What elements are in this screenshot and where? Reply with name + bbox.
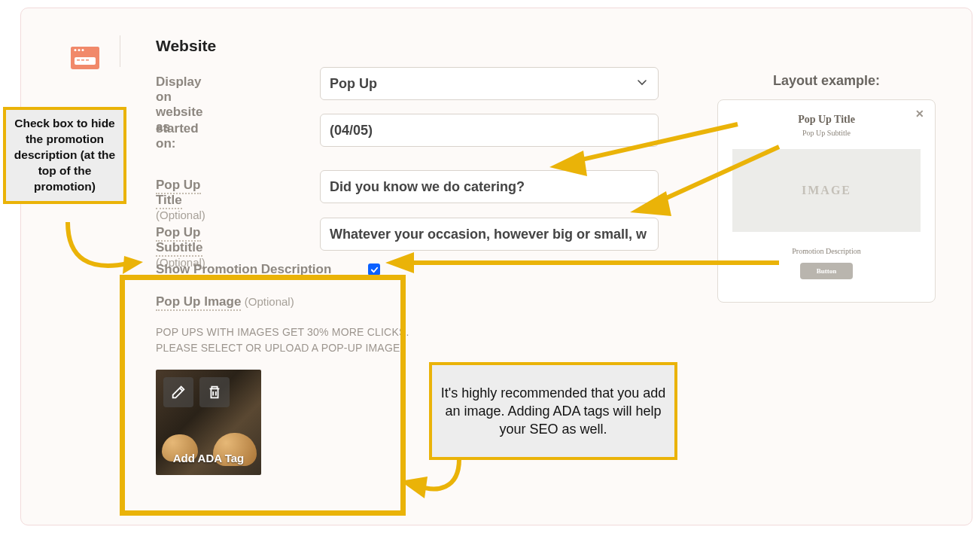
started-on-label: started on:: [156, 121, 199, 151]
annotation-checkbox: Check box to hide the promotion descript…: [3, 107, 126, 204]
show-desc-checkbox[interactable]: [368, 263, 380, 276]
svg-point-4: [82, 49, 84, 51]
popup-image-label: Pop Up Image (Optional): [156, 294, 434, 309]
display-as-select[interactable]: Pop Up: [320, 67, 659, 100]
popup-title-label: Pop Up Title (Optional): [156, 178, 205, 223]
layout-button: Button: [800, 263, 853, 279]
pencil-icon: [170, 384, 187, 401]
section-title: Website: [156, 37, 216, 55]
layout-image-placeholder: IMAGE: [732, 149, 921, 232]
show-desc-label: Show Promotion Description: [156, 262, 331, 279]
edit-image-button[interactable]: [163, 377, 193, 407]
popup-title-input[interactable]: Did you know we do catering?: [320, 170, 659, 203]
layout-popup-title: Pop Up Title: [732, 114, 921, 126]
layout-close-icon: ✕: [915, 108, 924, 120]
svg-rect-5: [75, 57, 96, 65]
website-section-icon: [62, 35, 108, 81]
svg-point-2: [75, 49, 77, 51]
trash-icon: [206, 384, 223, 401]
layout-example-column: Layout example: ✕ Pop Up Title Pop Up Su…: [717, 73, 936, 303]
layout-example-heading: Layout example:: [717, 73, 936, 89]
svg-rect-8: [86, 59, 89, 61]
layout-popup-subtitle: Pop Up Subtitle: [732, 129, 921, 137]
started-on-input[interactable]: (04/05): [320, 114, 659, 147]
popup-image-thumbnail[interactable]: Add ADA Tag: [156, 370, 261, 475]
popup-image-section: Pop Up Image (Optional) POP UPS WITH IMA…: [156, 294, 434, 475]
layout-promo-desc: Promotion Description: [732, 247, 921, 255]
svg-point-3: [78, 49, 81, 51]
display-as-value: Pop Up: [320, 67, 659, 100]
delete-image-button[interactable]: [199, 377, 230, 407]
annotation-image: It's highly recommended that you add an …: [429, 362, 677, 460]
svg-rect-7: [81, 59, 84, 61]
show-desc-row: Show Promotion Description: [156, 262, 331, 277]
popup-image-help: POP UPS WITH IMAGES GET 30% MORE CLICKS.…: [156, 324, 434, 356]
divider: [120, 35, 120, 67]
svg-rect-6: [77, 59, 80, 61]
layout-example-box: ✕ Pop Up Title Pop Up Subtitle IMAGE Pro…: [717, 99, 936, 303]
popup-subtitle-input[interactable]: Whatever your occasion, however big or s…: [320, 218, 659, 251]
add-ada-tag-button[interactable]: Add ADA Tag: [156, 452, 261, 464]
